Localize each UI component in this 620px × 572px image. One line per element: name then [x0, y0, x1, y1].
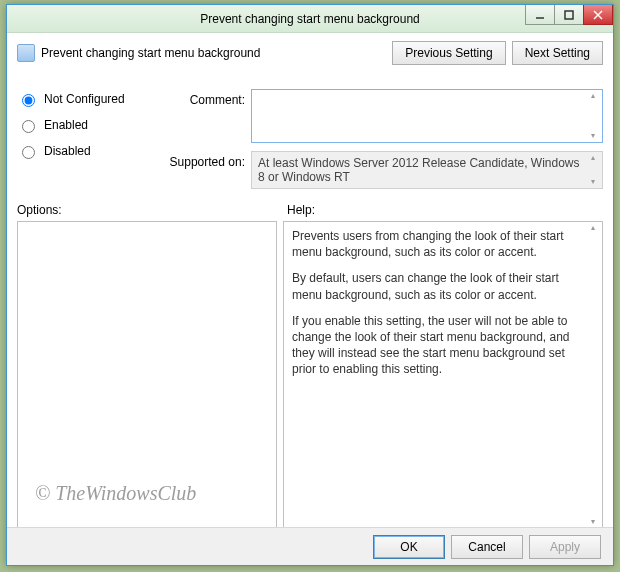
options-pane: [17, 221, 277, 529]
comment-input[interactable]: ▴ ▾: [251, 89, 603, 143]
supported-on-value: At least Windows Server 2012 Release Can…: [258, 156, 580, 184]
titlebar: Prevent changing start menu background: [7, 5, 613, 33]
apply-button[interactable]: Apply: [529, 535, 601, 559]
scroll-down-icon: ▾: [591, 178, 595, 186]
help-scrollbar[interactable]: ▴ ▾: [586, 224, 600, 526]
radio-disabled[interactable]: Disabled: [17, 143, 147, 159]
content-area: Prevent changing start menu background P…: [7, 33, 613, 537]
window-controls: [526, 5, 613, 25]
policy-name: Prevent changing start menu background: [41, 46, 260, 60]
close-button[interactable]: [583, 5, 613, 25]
help-pane: Prevents users from changing the look of…: [283, 221, 603, 529]
comment-label: Comment:: [165, 89, 245, 107]
minimize-button[interactable]: [525, 5, 555, 25]
radio-enabled-label: Enabled: [44, 118, 88, 132]
help-label: Help:: [287, 203, 315, 217]
supported-on-label: Supported on:: [165, 151, 245, 169]
next-setting-button[interactable]: Next Setting: [512, 41, 603, 65]
scroll-down-icon: ▾: [591, 518, 595, 526]
dialog-window: Prevent changing start menu background P…: [6, 4, 614, 566]
window-title: Prevent changing start menu background: [200, 12, 419, 26]
scroll-down-icon: ▾: [591, 132, 595, 140]
config-row: Not Configured Enabled Disabled Comment:: [17, 89, 603, 189]
header-row: Prevent changing start menu background P…: [17, 41, 603, 65]
scroll-up-icon: ▴: [591, 224, 595, 232]
state-radio-group: Not Configured Enabled Disabled: [17, 89, 147, 189]
help-paragraph: If you enable this setting, the user wil…: [292, 313, 584, 378]
supported-on-value-box: At least Windows Server 2012 Release Can…: [251, 151, 603, 189]
cancel-button[interactable]: Cancel: [451, 535, 523, 559]
previous-setting-button[interactable]: Previous Setting: [392, 41, 505, 65]
radio-enabled[interactable]: Enabled: [17, 117, 147, 133]
svg-rect-1: [565, 11, 573, 19]
ok-button[interactable]: OK: [373, 535, 445, 559]
radio-enabled-input[interactable]: [22, 120, 35, 133]
dialog-footer: OK Cancel Apply: [7, 527, 613, 565]
supported-scrollbar[interactable]: ▴ ▾: [586, 154, 600, 186]
radio-disabled-label: Disabled: [44, 144, 91, 158]
help-paragraph: Prevents users from changing the look of…: [292, 228, 584, 260]
radio-not-configured-input[interactable]: [22, 94, 35, 107]
radio-disabled-input[interactable]: [22, 146, 35, 159]
comment-scrollbar[interactable]: ▴ ▾: [586, 92, 600, 140]
scroll-up-icon: ▴: [591, 154, 595, 162]
radio-not-configured[interactable]: Not Configured: [17, 91, 147, 107]
maximize-button[interactable]: [554, 5, 584, 25]
policy-icon: [17, 44, 35, 62]
scroll-up-icon: ▴: [591, 92, 595, 100]
options-label: Options:: [17, 203, 287, 217]
help-paragraph: By default, users can change the look of…: [292, 270, 584, 302]
radio-not-configured-label: Not Configured: [44, 92, 125, 106]
